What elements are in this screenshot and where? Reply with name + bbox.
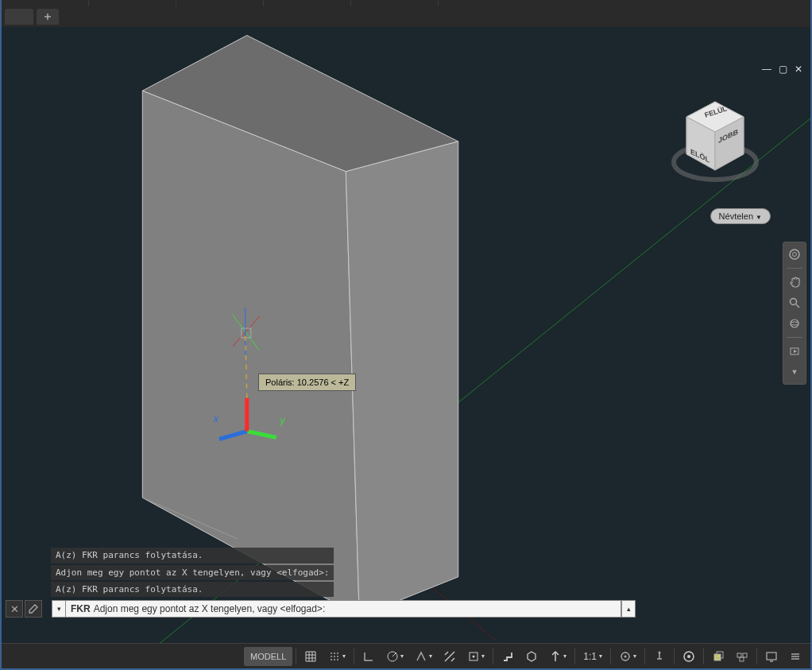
close-commandline-icon[interactable]: ✕ (6, 600, 23, 618)
svg-rect-38 (714, 654, 721, 660)
object-snap-icon[interactable]: ▾ (462, 647, 489, 666)
drawing-viewport[interactable]: — ▢ ✕ x y Poláris: 10.257 (2, 27, 810, 643)
zoom-icon[interactable] (786, 294, 803, 312)
svg-point-35 (659, 651, 661, 653)
svg-rect-42 (740, 657, 744, 661)
active-tab[interactable] (5, 9, 33, 25)
svg-line-15 (796, 304, 799, 308)
svg-rect-41 (743, 653, 747, 657)
plus-icon (41, 10, 54, 23)
svg-point-13 (793, 253, 797, 257)
svg-point-14 (791, 299, 797, 305)
isolate-objects-icon[interactable] (707, 647, 729, 666)
status-bar: MODELL ▾ ▾ ▾ ▾ ▾ 1:1▾ ▾ (2, 643, 810, 668)
commandline-expand-icon[interactable]: ▴ (621, 600, 636, 618)
solid-side-face (346, 141, 458, 617)
command-history: A(z) FKR parancs folytatása. Adjon meg e… (51, 548, 334, 598)
close-icon[interactable]: ✕ (793, 64, 804, 75)
svg-text:x: x (213, 413, 219, 424)
svg-point-21 (334, 653, 335, 654)
svg-point-32 (473, 655, 475, 657)
polar-tooltip: Poláris: 10.2576 < +Z (258, 374, 356, 391)
isometric-drafting-icon[interactable]: ▾ (410, 647, 437, 666)
allow-ucs-icon[interactable] (497, 647, 519, 666)
viewcube[interactable]: FELÜL ELÖL JOBB (667, 97, 763, 200)
command-history-line: A(z) FKR parancs folytatása. (51, 582, 334, 597)
annotation-monitor-icon[interactable] (648, 647, 671, 666)
command-input[interactable]: FKRAdjon meg egy pontot az X tengelyen, … (66, 600, 621, 618)
svg-point-12 (790, 250, 799, 259)
polar-tracking-icon[interactable]: ▾ (381, 647, 408, 666)
full-navigation-wheel-icon[interactable] (786, 246, 803, 263)
svg-point-25 (337, 656, 338, 657)
ribbon-menus (2, 0, 810, 6)
svg-point-16 (791, 320, 798, 327)
svg-line-30 (392, 653, 396, 656)
viewcube-dropdown[interactable]: Névtelen ▼ (710, 208, 771, 224)
navbar-expand-icon[interactable]: ▼ (786, 363, 803, 381)
command-history-line: Adjon meg egy pontot az X tengelyen, vag… (51, 565, 334, 580)
svg-point-27 (334, 659, 335, 660)
document-tabs (2, 6, 810, 27)
recent-commands-dropdown[interactable]: ▾ (52, 600, 66, 618)
snap-mode-icon[interactable]: ▾ (323, 647, 350, 666)
solid-front-face (142, 91, 359, 616)
clean-screen-icon[interactable] (760, 647, 783, 666)
filtering-icon[interactable]: ▾ (544, 647, 571, 666)
workspace-switching-icon[interactable]: ▾ (614, 647, 641, 666)
svg-text:y: y (280, 415, 286, 426)
command-history-line: A(z) FKR parancs folytatása. (51, 548, 334, 563)
pan-icon[interactable] (786, 273, 803, 291)
svg-point-26 (331, 659, 332, 660)
maximize-icon[interactable]: ▢ (777, 64, 788, 75)
annotation-scale-button[interactable]: 1:1▾ (578, 647, 607, 666)
dynamic-ucs-icon[interactable] (520, 647, 543, 666)
graphics-performance-icon[interactable] (731, 647, 753, 666)
svg-marker-19 (794, 350, 797, 353)
viewport-window-controls: — ▢ ✕ (761, 64, 804, 75)
grid-display-icon[interactable] (300, 647, 322, 666)
svg-rect-40 (737, 653, 741, 657)
svg-point-20 (331, 653, 332, 654)
minimize-icon[interactable]: — (761, 64, 772, 75)
svg-point-34 (624, 655, 627, 657)
new-tab-button[interactable] (37, 9, 59, 25)
svg-rect-43 (767, 653, 776, 660)
svg-point-23 (331, 656, 332, 657)
svg-point-24 (334, 656, 335, 657)
svg-point-22 (337, 653, 338, 654)
object-snap-tracking-icon[interactable] (439, 647, 461, 666)
orbit-icon[interactable] (786, 315, 803, 332)
model-space-button[interactable]: MODELL (244, 647, 292, 666)
svg-point-28 (337, 659, 338, 660)
ortho-mode-icon[interactable] (358, 647, 380, 666)
svg-point-17 (791, 322, 798, 325)
navigation-bar: ▼ (783, 242, 806, 385)
command-line: ✕ ▾ FKRAdjon meg egy pontot az X tengely… (6, 600, 636, 618)
hardware-acceleration-icon[interactable] (678, 647, 700, 666)
customize-commandline-icon[interactable] (25, 600, 42, 618)
customization-icon[interactable] (784, 647, 806, 666)
showmotion-icon[interactable] (786, 343, 803, 360)
svg-point-37 (687, 655, 690, 658)
